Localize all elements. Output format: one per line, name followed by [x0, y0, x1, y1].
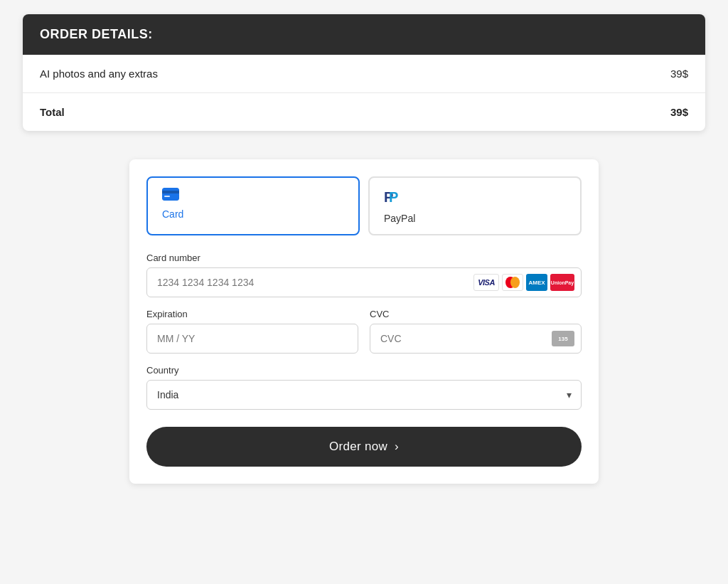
tab-paypal[interactable]: P P PayPal [368, 176, 582, 235]
chevron-right-icon: › [395, 440, 399, 454]
order-total-price: 39$ [670, 106, 688, 118]
cvc-input[interactable] [370, 324, 582, 354]
paypal-icon: P P [384, 188, 401, 208]
expiration-input[interactable] [146, 324, 358, 354]
svg-rect-0 [163, 189, 179, 201]
cvc-label: CVC [370, 309, 582, 319]
card-icon [162, 188, 179, 204]
order-details-card: ORDER DETAILS: AI photos and any extras … [23, 14, 705, 131]
cvc-field-group: CVC 135 [370, 309, 582, 354]
tab-paypal-label: PayPal [384, 213, 415, 224]
card-number-field-group: Card number VISA AMEX UnionPay [146, 253, 582, 297]
mastercard-badge [502, 274, 523, 291]
page-container: ORDER DETAILS: AI photos and any extras … [23, 14, 705, 484]
order-now-label: Order now [329, 440, 387, 454]
cvc-number: 135 [558, 336, 567, 342]
order-item-row: AI photos and any extras 39$ [23, 55, 705, 93]
order-total-row: Total 39$ [23, 93, 705, 131]
order-details-title: ORDER DETAILS: [40, 27, 688, 42]
order-header: ORDER DETAILS: [23, 14, 705, 55]
payment-section: Card P P PayPal Card number VISA [129, 159, 599, 484]
visa-badge: VISA [473, 274, 499, 291]
order-item-price: 39$ [670, 68, 688, 80]
card-number-wrapper: VISA AMEX UnionPay [146, 267, 582, 297]
tab-card-label: Card [162, 208, 183, 220]
order-now-button[interactable]: Order now › [146, 427, 582, 467]
expiration-label: Expiration [146, 309, 358, 319]
country-field-group: Country India United States United Kingd… [146, 365, 582, 410]
card-brands: VISA AMEX UnionPay [473, 274, 574, 291]
amex-badge: AMEX [526, 274, 547, 291]
cvc-card-icon: 135 [552, 331, 574, 346]
expiration-field-group: Expiration [146, 309, 358, 354]
cvc-wrapper: 135 [370, 324, 582, 354]
order-item-label: AI photos and any extras [40, 68, 158, 80]
order-total-label: Total [40, 106, 65, 118]
country-label: Country [146, 365, 582, 376]
tab-card[interactable]: Card [146, 176, 360, 235]
expiry-cvc-row: Expiration CVC 135 [146, 309, 582, 365]
svg-rect-2 [164, 196, 170, 197]
country-select-wrapper: India United States United Kingdom Canad… [146, 380, 582, 410]
card-number-label: Card number [146, 253, 582, 263]
payment-tabs: Card P P PayPal [146, 176, 582, 235]
country-select[interactable]: India United States United Kingdom Canad… [146, 380, 582, 410]
svg-text:P: P [389, 189, 398, 205]
unionpay-badge: UnionPay [550, 274, 574, 291]
svg-rect-1 [162, 191, 179, 193]
